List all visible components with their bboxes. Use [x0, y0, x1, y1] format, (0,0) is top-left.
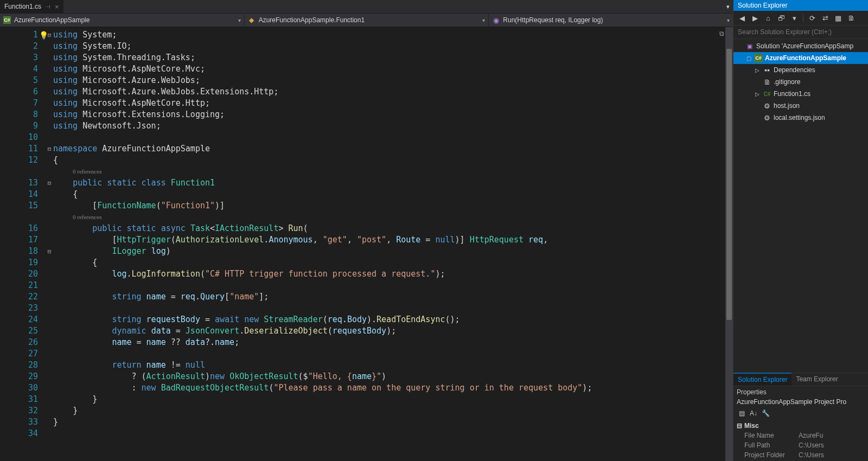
show-all-icon[interactable]: ▦	[833, 12, 844, 23]
code-line[interactable]: using System;	[53, 29, 733, 41]
code-line[interactable]: name = name ?? data?.name;	[53, 337, 733, 348]
code-line[interactable]: string name = req.Query["name"];	[53, 291, 733, 303]
tree-node[interactable]: ▢C#AzureFunctionAppSample	[733, 52, 868, 64]
code-line[interactable]: }	[53, 405, 733, 417]
close-icon[interactable]: ×	[55, 3, 59, 11]
vertical-scrollbar[interactable]	[725, 27, 733, 461]
code-line[interactable]: using System.Threading.Tasks;	[53, 52, 733, 63]
properties-category[interactable]: ⊟ Misc	[737, 421, 865, 431]
code-line[interactable]: using Newtonsoft.Json;	[53, 120, 733, 132]
method-icon: ◉	[492, 16, 500, 24]
code-line[interactable]	[53, 132, 733, 143]
json-icon: ⚙	[763, 113, 771, 122]
wrench-icon[interactable]: 🔧	[761, 408, 770, 418]
fold-toggle[interactable]: ⊟	[46, 246, 53, 257]
code-line[interactable]: namespace AzureFunctionAppSample	[53, 143, 733, 155]
codelens-references[interactable]: 0 references	[53, 212, 733, 223]
forward-button[interactable]: ▶	[750, 12, 761, 23]
active-files-dropdown[interactable]: ▾	[723, 3, 733, 10]
code-line[interactable]: : new BadRequestObjectResult("Please pas…	[53, 382, 733, 394]
solution-explorer-title: Solution Explorer	[733, 0, 868, 11]
fold-toggle[interactable]: ⊟	[46, 143, 53, 155]
alpha-sort-icon[interactable]: A↓	[749, 408, 758, 418]
tree-node[interactable]: 🗎.gitignore	[733, 76, 868, 88]
tree-label: AzureFunctionAppSample	[765, 54, 846, 62]
class-icon: ◆	[248, 16, 256, 24]
navigation-bar: C# AzureFunctionAppSample ▾ ◆ AzureFunct…	[0, 14, 733, 27]
code-line[interactable]: dynamic data = JsonConvert.DeserializeOb…	[53, 325, 733, 337]
code-line[interactable]: using Microsoft.Azure.WebJobs;	[53, 75, 733, 86]
code-line[interactable]: ILogger log)	[53, 246, 733, 257]
fold-toggle[interactable]: ⊟	[46, 177, 53, 189]
code-line[interactable]: [HttpTrigger(AuthorizationLevel.Anonymou…	[53, 234, 733, 246]
home-icon[interactable]: ⌂	[763, 12, 774, 23]
code-line[interactable]: log.LogInformation("C# HTTP trigger func…	[53, 268, 733, 280]
expand-toggle[interactable]: ▷	[754, 67, 761, 73]
code-line[interactable]: using Microsoft.AspNetCore.Mvc;	[53, 63, 733, 75]
property-row[interactable]: File NameAzureFu	[737, 432, 865, 441]
tree-node[interactable]: ⚙host.json	[733, 100, 868, 112]
code-line[interactable]	[53, 303, 733, 314]
code-line[interactable]: return name != null	[53, 360, 733, 371]
document-tab-label: Function1.cs	[4, 3, 41, 10]
document-tab-function1[interactable]: Function1.cs ⊣ ×	[0, 0, 63, 13]
tree-label: local.settings.json	[774, 114, 825, 121]
properties-panel: Properties AzureFunctionAppSample Projec…	[733, 386, 868, 461]
pin-icon[interactable]: ⊣	[46, 4, 50, 10]
tree-node[interactable]: ⚙local.settings.json	[733, 112, 868, 124]
code-line[interactable]: }	[53, 394, 733, 405]
search-input[interactable]	[733, 25, 868, 39]
lightbulb-icon[interactable]: 💡	[39, 30, 48, 41]
code-line[interactable]: using Microsoft.Azure.WebJobs.Extensions…	[53, 86, 733, 98]
back-button[interactable]: ◀	[737, 12, 748, 23]
code-line[interactable]: {	[53, 257, 733, 268]
nav-project-dropdown[interactable]: C# AzureFunctionAppSample ▾	[0, 14, 245, 27]
collapse-icon: ⊟	[737, 422, 742, 430]
code-line[interactable]: ? (ActionResult)new OkObjectResult($"Hel…	[53, 371, 733, 382]
code-line[interactable]: using Microsoft.Extensions.Logging;	[53, 109, 733, 120]
collapse-icon[interactable]: ⇄	[820, 12, 831, 23]
properties-icon[interactable]: 🗎	[846, 12, 857, 23]
tab-solution-explorer[interactable]: Solution Explorer	[733, 373, 792, 386]
code-line[interactable]: [FunctionName("Function1")]	[53, 200, 733, 212]
code-line[interactable]	[53, 428, 733, 439]
categorize-icon[interactable]: ▤	[737, 408, 746, 418]
sync-icon[interactable]: 🗗	[776, 12, 787, 23]
code-line[interactable]: {	[53, 155, 733, 166]
sidebar-right: Solution Explorer ◀ ▶ ⌂ 🗗 ▾ ⟳ ⇄ ▦ 🗎 ▣Sol…	[733, 0, 868, 461]
chevron-down-icon: ▾	[238, 17, 241, 23]
cs-icon: C#	[763, 89, 771, 98]
tree-node[interactable]: ▣Solution 'AzureFunctionAppSamp	[733, 40, 868, 52]
nav-class-dropdown[interactable]: ◆ AzureFunctionAppSample.Function1 ▾	[245, 14, 489, 27]
split-editor-icon[interactable]: ⧉	[719, 28, 724, 40]
expand-toggle[interactable]: ▢	[745, 55, 752, 61]
tree-label: Dependencies	[774, 66, 815, 74]
code-content[interactable]: using System;using System.IO;using Syste…	[53, 27, 733, 461]
tab-team-explorer[interactable]: Team Explorer	[792, 373, 842, 386]
tree-node[interactable]: ▷▪▪Dependencies	[733, 64, 868, 76]
property-row[interactable]: Full PathC:\Users	[737, 441, 865, 451]
code-line[interactable]: }	[53, 417, 733, 428]
code-line[interactable]: string requestBody = await new StreamRea…	[53, 314, 733, 325]
scrollbar-thumb[interactable]	[726, 49, 732, 320]
code-line[interactable]: using System.IO;	[53, 41, 733, 52]
code-line[interactable]: public static class Function1	[53, 177, 733, 189]
codelens-references[interactable]: 0 references	[53, 166, 733, 177]
chevron-down-icon[interactable]: ▾	[789, 12, 800, 23]
code-line[interactable]: {	[53, 189, 733, 200]
code-line[interactable]	[53, 280, 733, 291]
property-row[interactable]: Project FolderC:\Users	[737, 451, 865, 461]
code-line[interactable]: using Microsoft.AspNetCore.Http;	[53, 98, 733, 109]
code-line[interactable]: public static async Task<IActionResult> …	[53, 223, 733, 234]
tree-node[interactable]: ▷C#Function1.cs	[733, 88, 868, 100]
json-icon: ⚙	[763, 101, 771, 110]
expand-toggle[interactable]: ▷	[754, 91, 761, 97]
csharp-project-icon: C#	[3, 16, 11, 24]
chevron-down-icon: ▾	[482, 17, 485, 23]
tree-label: Solution 'AzureFunctionAppSamp	[756, 42, 853, 50]
nav-method-dropdown[interactable]: ◉ Run(HttpRequest req, ILogger log) ▾	[489, 14, 733, 27]
refresh-icon[interactable]: ⟳	[807, 12, 818, 23]
code-line[interactable]	[53, 348, 733, 360]
code-editor[interactable]: 1234567891011121314151617181920212223242…	[0, 27, 733, 461]
solution-explorer-tree[interactable]: ▣Solution 'AzureFunctionAppSamp▢C#AzureF…	[733, 39, 868, 373]
